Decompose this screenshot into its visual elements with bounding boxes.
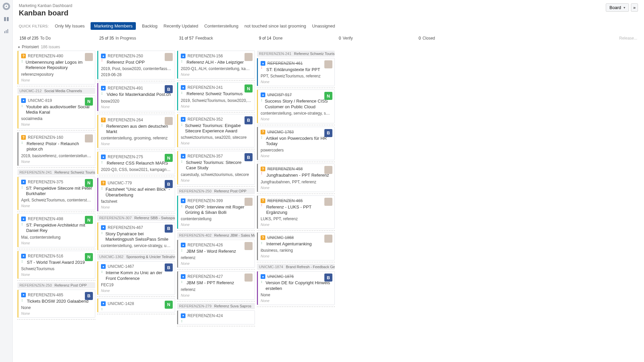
issue-key[interactable]: REFERENZEN-467 bbox=[108, 225, 143, 230]
kanban-card[interactable]: B UNICMC-779 Factsheet "Unic auf einen B… bbox=[97, 178, 175, 212]
issue-key[interactable]: REFERENZEN-275 bbox=[108, 155, 143, 159]
assignee-avatar[interactable] bbox=[324, 166, 332, 174]
issue-key[interactable]: UNICMC-1868 bbox=[267, 235, 294, 240]
issue-key[interactable]: REFERENZEN-465 bbox=[267, 198, 303, 203]
kanban-card[interactable]: REFERENZEN-250 Referenz Post OPP 2019, P… bbox=[97, 51, 175, 79]
assignee-avatar[interactable]: B bbox=[85, 292, 93, 300]
issue-key[interactable]: REFERENZEN-352 bbox=[187, 117, 223, 122]
kanban-card[interactable]: N REFERENZEN-516 ST - World Travel Award… bbox=[17, 251, 95, 279]
kanban-card[interactable]: B UNICMC-1876 Version DE für Copyright H… bbox=[257, 271, 335, 305]
quick-filter[interactable]: Contenterstellung bbox=[204, 23, 238, 28]
kanban-card[interactable]: B UNICMC-1763 Artikel von Powercoders fü… bbox=[257, 127, 335, 161]
issue-key[interactable]: REFERENZEN-461 bbox=[267, 61, 303, 66]
assignee-avatar[interactable]: B bbox=[165, 263, 173, 272]
issue-key[interactable]: REFERENZEN-241 bbox=[187, 85, 223, 90]
epic-label[interactable]: REFERENZEN-241Referenz Schweiz Tourismus bbox=[257, 51, 335, 57]
kanban-card[interactable]: REFERENZEN-160 Referenz Pistor - Relaunc… bbox=[17, 132, 95, 166]
kanban-card[interactable]: REFERENZEN-427 JBM SM - PPT Referenz ref… bbox=[177, 271, 255, 299]
quick-filter[interactable]: Unassigned bbox=[312, 23, 335, 28]
kanban-card[interactable]: N UNICMC-819 Youtube als audiovisueller … bbox=[17, 95, 95, 129]
kanban-card[interactable]: B UNICMC-1467 Interne Komm zu Unic an de… bbox=[97, 261, 175, 295]
assignee-avatar[interactable]: B bbox=[165, 180, 173, 188]
issue-key[interactable]: REFERENZEN-485 bbox=[28, 293, 63, 297]
kanban-card[interactable]: REFERENZEN-458 Jungfraubahnen - PPT Refe… bbox=[257, 164, 335, 192]
assignee-avatar[interactable] bbox=[165, 117, 173, 125]
kanban-card[interactable]: REFERENZEN-461 ST: Erklärungstexte für P… bbox=[257, 58, 335, 86]
assignee-avatar[interactable]: N bbox=[245, 84, 253, 93]
kanban-card[interactable]: N UNICISP-917 Success Story / Reference … bbox=[257, 89, 335, 123]
kanban-card[interactable]: UNICMC-1868 Internet Agenturranking ibus… bbox=[257, 232, 335, 260]
issue-key[interactable]: REFERENZEN-399 bbox=[187, 198, 223, 203]
kanban-card[interactable]: N REFERENZEN-275 Referenz CSS Relaunch M… bbox=[97, 152, 175, 174]
epic-label[interactable]: REFERENZEN-307Referenz SBB - Swisspass -… bbox=[97, 215, 175, 221]
quick-filter[interactable]: Only My Issues bbox=[55, 23, 85, 28]
issue-key[interactable]: REFERENZEN-491 bbox=[108, 86, 143, 90]
assignee-avatar[interactable]: N bbox=[85, 179, 93, 187]
assignee-avatar[interactable] bbox=[85, 134, 93, 142]
issue-key[interactable]: REFERENZEN-250 bbox=[108, 54, 143, 58]
issue-key[interactable]: UNICMC-1763 bbox=[267, 130, 294, 134]
assignee-avatar[interactable] bbox=[245, 198, 253, 206]
board-menu-button[interactable]: Board bbox=[606, 3, 629, 12]
assignee-avatar[interactable]: B bbox=[245, 116, 253, 124]
assignee-avatar[interactable] bbox=[165, 53, 173, 61]
issue-key[interactable]: UNICMC-1467 bbox=[108, 264, 134, 269]
issue-key[interactable]: REFERENZEN-424 bbox=[187, 313, 223, 318]
epic-label[interactable]: UNICMC-212Social Media Channels bbox=[17, 88, 95, 94]
assignee-avatar[interactable]: B bbox=[324, 129, 332, 137]
kanban-card[interactable]: N UNICMC-1428 bbox=[97, 298, 175, 312]
epic-label[interactable]: REFERENZEN-250Referenz Post OPP bbox=[177, 188, 255, 194]
kanban-card[interactable]: B REFERENZEN-352 Schweiz Tourismus: Eing… bbox=[177, 114, 255, 148]
kanban-card[interactable]: REFERENZEN-424 bbox=[177, 310, 255, 324]
issue-key[interactable]: REFERENZEN-427 bbox=[187, 274, 223, 279]
expand-button[interactable]: » bbox=[631, 3, 638, 12]
issue-key[interactable]: UNICMC-1428 bbox=[108, 301, 134, 306]
assignee-avatar[interactable] bbox=[245, 53, 253, 61]
app-logo-icon[interactable] bbox=[3, 3, 10, 10]
epic-label[interactable]: REFERENZEN-241Referenz Schweiz Tourismus bbox=[17, 169, 95, 175]
assignee-avatar[interactable]: B bbox=[165, 85, 173, 93]
assignee-avatar[interactable] bbox=[245, 274, 253, 282]
issue-key[interactable]: UNICMC-779 bbox=[108, 181, 132, 185]
issue-key[interactable]: UNICMC-1876 bbox=[267, 274, 294, 279]
kanban-card[interactable]: REFERENZEN-399 Post OPP: Interview mit R… bbox=[177, 195, 255, 229]
kanban-card[interactable]: B REFERENZEN-491 Video für Masterkandida… bbox=[97, 83, 175, 111]
assignee-avatar[interactable]: N bbox=[85, 253, 93, 261]
assignee-avatar[interactable] bbox=[324, 198, 332, 206]
kanban-card[interactable]: REFERENZEN-465 Referenz - LUKS - PPT Erg… bbox=[257, 195, 335, 229]
kanban-card[interactable]: REFERENZEN-490 Umbenennung aller Logos i… bbox=[17, 51, 95, 84]
kanban-card[interactable]: N REFERENZEN-241 Referenz Schweiz Touris… bbox=[177, 82, 255, 110]
kanban-card[interactable]: B REFERENZEN-485 Tickets BOSW 2020 Galaa… bbox=[17, 290, 95, 318]
issue-key[interactable]: REFERENZEN-498 bbox=[28, 217, 63, 221]
epic-label[interactable]: REFERENZEN-250Referenz Post OPP bbox=[17, 282, 95, 288]
issue-key[interactable]: REFERENZEN-156 bbox=[187, 54, 223, 58]
kanban-card[interactable]: B REFERENZEN-467 Story Dynatrace bei Mar… bbox=[97, 222, 175, 251]
epic-label[interactable]: UNICMC-1874Brand Refresh - Feedback Gerr… bbox=[257, 264, 335, 270]
release-button[interactable]: Release... bbox=[617, 33, 639, 43]
issue-key[interactable]: REFERENZEN-160 bbox=[28, 135, 63, 140]
assignee-avatar[interactable]: N bbox=[324, 92, 332, 100]
epic-label[interactable]: REFERENZEN-279Referenz Suva Sapros bbox=[177, 303, 255, 309]
quick-filter[interactable]: Recently Updated bbox=[164, 23, 198, 28]
assignee-avatar[interactable]: N bbox=[85, 98, 93, 106]
assignee-avatar[interactable]: B bbox=[245, 153, 253, 161]
epic-label[interactable]: UNICMC-1362Sponsoring & Unicler Teilnahm… bbox=[97, 254, 175, 260]
kanban-card[interactable]: REFERENZEN-426 JBM SM - Word Referenz re… bbox=[177, 240, 255, 268]
assignee-avatar[interactable] bbox=[85, 53, 93, 61]
kanban-card[interactable]: N REFERENZEN-498 ST: Perspektive Archite… bbox=[17, 214, 95, 247]
assignee-avatar[interactable] bbox=[245, 242, 253, 250]
assignee-avatar[interactable]: N bbox=[85, 216, 93, 224]
assignee-avatar[interactable]: B bbox=[165, 225, 173, 233]
reports-icon[interactable] bbox=[3, 28, 9, 34]
issue-key[interactable]: REFERENZEN-458 bbox=[267, 167, 303, 171]
issue-key[interactable]: REFERENZEN-264 bbox=[108, 118, 143, 122]
epic-label[interactable]: REFERENZEN-402Referenz JBM - Sales Manua… bbox=[177, 232, 255, 238]
issue-key[interactable]: UNICMC-819 bbox=[28, 98, 52, 103]
quick-filter[interactable]: not touched since last grooming bbox=[245, 23, 306, 28]
breadcrumb[interactable]: Marketing Kanban Dashboard bbox=[19, 3, 72, 8]
assignee-avatar[interactable] bbox=[324, 235, 332, 243]
kanban-card[interactable]: REFERENZEN-156 Referenz ALH - Alte Leipz… bbox=[177, 51, 255, 79]
assignee-avatar[interactable]: N bbox=[165, 154, 173, 162]
assignee-avatar[interactable] bbox=[324, 60, 332, 68]
issue-key[interactable]: REFERENZEN-357 bbox=[187, 154, 223, 159]
